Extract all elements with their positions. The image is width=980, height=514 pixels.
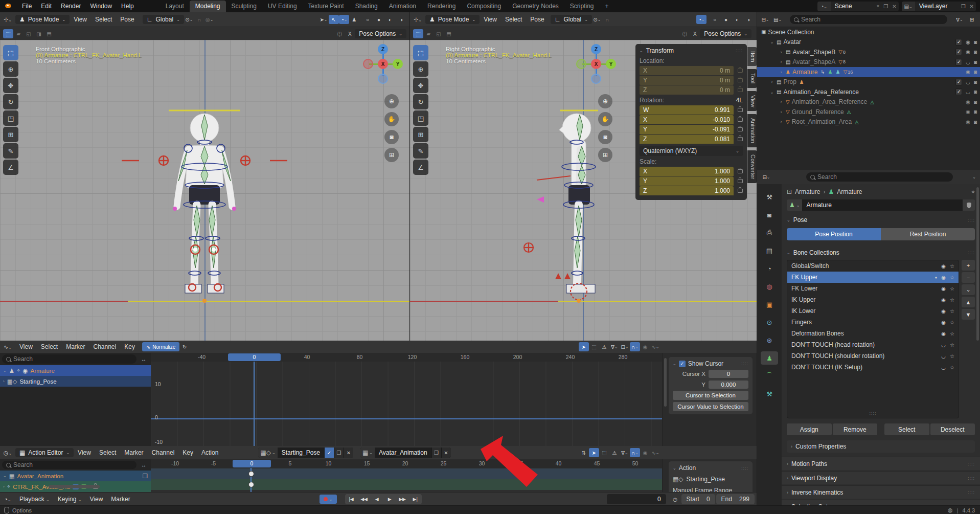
outliner-row[interactable]: › ▤ Prop ♟ ✓ ◡ ◙ (757, 77, 980, 87)
visibility-eye-icon[interactable]: ◉ (941, 320, 946, 325)
pin-scene-icon[interactable]: ⌖ (875, 3, 882, 9)
mirror-x-button[interactable]: X (345, 29, 355, 38)
list-button[interactable]: − (962, 272, 975, 283)
shading-mode-icon[interactable]: ○ (710, 15, 720, 24)
mirror-icon[interactable]: ⟨¦⟩ (679, 29, 690, 38)
select-box-icon[interactable]: ⬚ (599, 448, 609, 457)
properties-search[interactable]: Search (806, 172, 953, 182)
properties-tab-icon[interactable]: ◔ (761, 262, 778, 275)
collapsed-panel-header[interactable]: ›Viewport Display:::: (782, 471, 980, 484)
list-button[interactable]: ▲ (962, 297, 975, 307)
bone-collection-row[interactable]: Global/Switch ◉ ☆ (787, 260, 959, 272)
expand-search-icon[interactable]: ↔ (139, 354, 149, 364)
visibility-eye-icon[interactable]: ◉ (966, 69, 970, 75)
properties-tab-icon[interactable]: ▣ (761, 298, 778, 311)
graph-menu[interactable]: View (15, 343, 37, 350)
manual-frame-range-row[interactable]: Manual Frame Range (673, 487, 748, 492)
use-preview-range-icon[interactable]: ◷ (670, 495, 680, 504)
cursor-x-field[interactable]: 0 (709, 370, 748, 378)
xray-icon[interactable]: ♟ (349, 15, 359, 24)
workspace-tab[interactable]: Modeling (190, 1, 226, 12)
viewport-front[interactable]: ⊹⌄ ♟ Pose Mode⌄ ViewSelectPose ∟ Global⌄… (0, 12, 409, 341)
delete-scene-icon[interactable]: ✕ (890, 4, 898, 9)
action-icon[interactable]: ▦◇⌄ (258, 448, 277, 458)
tool-button[interactable]: ◳ (413, 110, 428, 126)
tool-button[interactable]: ∠ (413, 160, 428, 175)
solo-star-icon[interactable]: ☆ (950, 275, 954, 280)
cursor-y-field[interactable]: 0.000 (709, 381, 748, 389)
remove-button[interactable]: Remove (833, 423, 878, 435)
current-frame-field[interactable]: 0 (607, 494, 666, 504)
viewport1-nav-gizmo[interactable]: Z X Y (363, 44, 404, 85)
normalize-toggle[interactable]: ∿ Normalize (142, 342, 179, 351)
solo-star-icon[interactable]: ☆ (950, 286, 954, 292)
expand-icon[interactable]: › (768, 79, 776, 84)
render-camera-icon[interactable]: ◙ (974, 59, 977, 65)
rest-position-button[interactable]: Rest Position (881, 228, 975, 240)
lock-icon[interactable] (738, 137, 743, 141)
viewport-menu[interactable]: View (70, 16, 91, 23)
channel-expand-icon[interactable]: ⇅ (579, 448, 589, 457)
show-cursor-header[interactable]: ⌄ ✓ Show Cursor:::: (673, 360, 748, 367)
transport-button[interactable]: ◀ (371, 494, 383, 504)
bone-collection-row[interactable]: IK Upper ◉ ☆ (787, 294, 959, 305)
playhead-sync-icon[interactable]: ➤ (579, 342, 589, 351)
collapsed-panel-header[interactable]: ›Inverse Kinematics:::: (782, 485, 980, 499)
render-camera-icon[interactable]: ◙ (974, 69, 977, 75)
tool-button[interactable]: ✥ (3, 78, 18, 93)
new-collection-icon[interactable]: ⊞ (967, 15, 977, 24)
solo-star-icon[interactable]: ☆ (950, 320, 954, 325)
tool-button[interactable]: ⬚ (3, 45, 18, 60)
render-camera-icon[interactable]: ◙ (974, 119, 977, 125)
visibility-eye-icon[interactable]: ◉ (941, 286, 946, 292)
cursor-to-selection-button[interactable]: Cursor to Selection (673, 391, 748, 400)
workspace-tab[interactable]: Texture Paint (303, 1, 350, 12)
expand-icon[interactable]: › (778, 119, 785, 124)
location-row[interactable]: Z0 m (640, 85, 743, 95)
pose-panel-header[interactable]: ⌄Pose:::: (782, 213, 980, 227)
outliner-type-icon[interactable]: ⊟⌄ (760, 15, 770, 24)
workspace-tab[interactable]: + (600, 1, 614, 12)
mirror-icon[interactable]: ⟨¦⟩ (334, 29, 345, 38)
viewport-menu[interactable]: View (480, 16, 501, 23)
outliner-row[interactable]: ⌄ ▤ Avatar ✓ ◉ ◙ (757, 37, 980, 48)
visibility-eye-icon[interactable]: ◡ (941, 342, 946, 348)
lock-icon[interactable] (738, 78, 743, 82)
shading-mode-icon[interactable]: ● (721, 15, 731, 24)
channel-armature[interactable]: ⌄♟⌖◉ Armature (0, 365, 151, 376)
channel-starting-pose[interactable]: ›▦◇ Starting_Pose (0, 376, 151, 387)
expand-icon[interactable]: › (778, 99, 785, 104)
graph-menu[interactable]: Channel (89, 343, 121, 350)
tool-button[interactable]: ◳ (3, 110, 18, 126)
visibility-eye-icon[interactable]: ◉ (941, 263, 946, 269)
visibility-eye-icon[interactable]: ◡ (966, 89, 970, 95)
snap-icon[interactable]: ∩⌄ (630, 342, 640, 351)
transport-button[interactable]: ▶| (409, 494, 422, 504)
solo-star-icon[interactable]: ☆ (950, 297, 954, 303)
move-gizmo-icon[interactable]: ↖ (329, 15, 339, 24)
editor-type-icon[interactable]: ⊹⌄ (410, 16, 425, 23)
workspace-tab[interactable]: Layout (160, 1, 190, 12)
marker-menu[interactable]: Marker (107, 496, 134, 503)
bone-collection-row[interactable]: DON'T TOUCH (head rotation) ◡ ☆ (787, 339, 959, 350)
rotation-row[interactable]: W0.991 (640, 105, 743, 115)
dope-menu[interactable]: View (74, 449, 95, 456)
start-frame-field[interactable]: Start0 (681, 494, 715, 504)
tool-button[interactable]: ⊞ (3, 127, 18, 142)
pivot-icon[interactable]: ⊙⌄ (592, 15, 602, 24)
shading-mode-icon[interactable]: ○ (362, 15, 373, 24)
menu-item[interactable]: Window (85, 0, 117, 12)
normalize-refresh-icon[interactable]: ↻ (179, 342, 190, 351)
menu-item[interactable]: Edit (36, 0, 56, 12)
avatar-front-view[interactable] (118, 99, 291, 304)
orientation-selector[interactable]: ∟ Global⌄ (551, 15, 592, 24)
tool-button[interactable]: ↻ (3, 94, 18, 109)
shading-mode-icon[interactable]: ◐ (732, 15, 742, 24)
pan-hand-icon[interactable]: ✋ (384, 112, 399, 126)
viewport-right[interactable]: ⊹⌄ ♟ Pose Mode⌄ ViewSelectPose ∟ Global⌄… (410, 12, 757, 341)
select-button[interactable]: Select (884, 423, 929, 435)
tool-button[interactable]: ⬚ (413, 45, 428, 60)
expand-search-icon[interactable]: ↔ (139, 460, 149, 470)
visibility-eye-icon[interactable]: ◉ (966, 99, 970, 105)
bone-collection-row[interactable]: FK Lower ◉ ☆ (787, 283, 959, 294)
